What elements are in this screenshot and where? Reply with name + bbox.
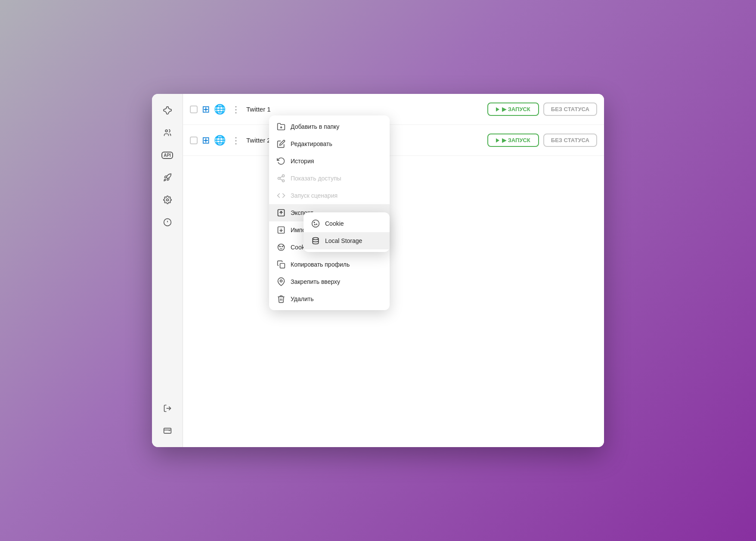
export-submenu: Cookie Local Storage [304,212,390,252]
menu-label-pin-top: Закрепить вверху [291,278,340,285]
code-icon [277,191,285,200]
svg-point-24 [314,222,315,223]
menu-item-history[interactable]: История [269,152,390,170]
svg-line-12 [280,179,282,180]
svg-point-26 [315,224,316,225]
menu-label-edit: Редактировать [291,140,332,147]
play-icon-2 [496,138,499,143]
profile-name-1: Twitter 1 [246,106,483,113]
submenu-label-cookie: Cookie [325,220,344,227]
api-label: API [161,152,173,159]
status-button-2[interactable]: БЕЗ СТАТУСА [543,134,597,147]
folder-add-icon [277,122,285,131]
sidebar-item-logout[interactable] [158,399,177,418]
profile-row: ⊞ 🌐 ⋮ Twitter 1 ▶ ЗАПУСК БЕЗ СТАТУСА [183,94,604,125]
cookie-robot-icon [277,243,285,252]
menu-item-run-scenario: Запуск сценария [269,187,390,204]
menu-item-show-access: Показать доступы [269,170,390,187]
copy-icon [277,260,285,269]
sidebar: API [152,94,183,447]
launch-button-2[interactable]: ▶ ЗАПУСК [487,134,539,147]
submenu-item-local-storage[interactable]: Local Storage [304,232,390,249]
more-options-btn-2[interactable]: ⋮ [230,134,242,147]
svg-point-19 [280,246,281,247]
svg-point-1 [166,199,168,201]
menu-label-delete: Удалить [291,295,313,302]
svg-point-0 [165,130,167,132]
menu-item-delete[interactable]: Удалить [269,290,390,308]
submenu-item-cookie[interactable]: Cookie [304,215,390,232]
status-button-1[interactable]: БЕЗ СТАТУСА [543,103,597,116]
menu-label-history: История [291,158,314,165]
trash-icon [277,295,285,303]
pin-icon [277,277,285,286]
submenu-label-local-storage: Local Storage [325,237,362,244]
sidebar-item-users[interactable] [158,123,177,142]
svg-point-28 [313,238,318,240]
globe-icon-1: 🌐 [214,104,226,115]
sidebar-item-launch[interactable] [158,168,177,187]
sidebar-item-settings[interactable] [158,190,177,209]
menu-item-add-to-folder[interactable]: Добавить в папку [269,118,390,135]
windows-icon-1: ⊞ [202,104,210,115]
svg-rect-6 [164,428,171,433]
edit-icon [277,140,285,148]
profile-row-2: ⊞ 🌐 ⋮ Twitter 2 ▶ ЗАПУСК БЕЗ СТАТУСА [183,125,604,156]
storage-icon [311,236,320,245]
svg-point-18 [278,244,285,251]
import-icon [277,226,285,234]
menu-item-edit[interactable]: Редактировать [269,135,390,152]
more-options-btn-1[interactable]: ⋮ [230,103,242,116]
profile-checkbox-1[interactable] [190,106,198,113]
launch-label-2: ▶ ЗАПУСК [502,137,530,143]
svg-point-11 [282,180,285,182]
history-icon [277,157,285,165]
launch-button-1[interactable]: ▶ ЗАПУСК [487,103,539,116]
menu-label-show-access: Показать доступы [291,175,341,182]
export-icon [277,208,285,217]
menu-item-pin-top[interactable]: Закрепить вверху [269,273,390,290]
svg-point-22 [280,280,282,282]
main-content: ⊞ 🌐 ⋮ Twitter 1 ▶ ЗАПУСК БЕЗ СТАТУСА ⊞ 🌐… [183,94,604,447]
svg-point-10 [278,177,280,180]
cookie-icon [311,219,320,228]
play-icon-1 [496,107,499,112]
svg-line-13 [280,176,282,177]
app-window: API [152,94,604,447]
svg-point-25 [316,224,317,225]
svg-point-23 [312,220,319,227]
share-icon [277,174,285,183]
menu-label-run-scenario: Запуск сценария [291,192,338,199]
launch-label-1: ▶ ЗАПУСК [502,106,530,112]
menu-item-copy-profile[interactable]: Копировать профиль [269,256,390,273]
sidebar-item-api[interactable]: API [158,146,177,165]
globe-icon-2: 🌐 [214,135,226,146]
menu-label-add-to-folder: Добавить в папку [291,123,339,130]
sidebar-item-hints[interactable] [158,213,177,232]
svg-point-9 [282,175,285,177]
sidebar-item-extensions[interactable] [158,101,177,120]
profile-checkbox-2[interactable] [190,137,198,144]
svg-rect-21 [280,264,285,268]
menu-label-copy-profile: Копировать профиль [291,261,350,268]
sidebar-item-wallet[interactable] [158,421,177,440]
svg-point-20 [282,246,283,247]
windows-icon-2: ⊞ [202,135,210,146]
